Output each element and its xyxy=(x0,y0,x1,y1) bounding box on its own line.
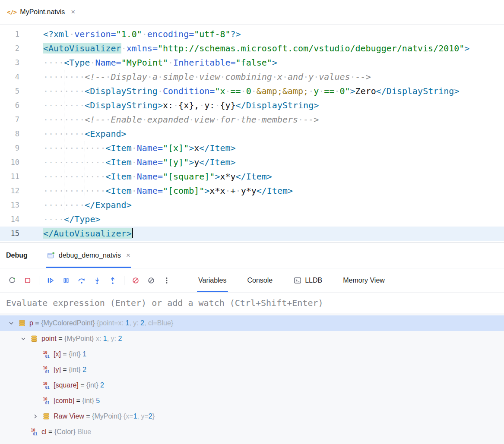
editor-line-3[interactable]: 3····<Type·Name="MyPoint"·Inheritable="f… xyxy=(0,56,504,70)
watch-expression-input[interactable]: Evaluate expression (Enter) or add a wat… xyxy=(0,293,504,313)
editor-line-14[interactable]: 14····</Type> xyxy=(0,212,504,227)
line-code[interactable]: ········<!--·Display·a·simple·view·combi… xyxy=(19,70,371,84)
variable-row-cl[interactable]: 1001cl = {Color} Blue xyxy=(0,424,504,440)
svg-text:01: 01 xyxy=(45,385,50,390)
line-number[interactable]: 8 xyxy=(0,127,19,141)
debug-panel-title: Debug xyxy=(6,252,28,259)
close-tab-icon[interactable]: × xyxy=(71,8,75,16)
line-number[interactable]: 11 xyxy=(0,170,19,184)
editor-line-5[interactable]: 5········<DisplayString·Condition="x·==·… xyxy=(0,84,504,98)
step-over-icon xyxy=(77,276,86,285)
editor-line-9[interactable]: 9············<Item·Name="[x]">x</Item> xyxy=(0,141,504,155)
editor-line-13[interactable]: 13········</Expand> xyxy=(0,198,504,212)
line-code[interactable]: ········</Expand> xyxy=(19,198,132,212)
debug-panel: Debug debug_demo_natvis × VariablesConso… xyxy=(0,242,504,444)
line-number[interactable]: 15 xyxy=(0,227,19,241)
editor-tab-bar: </> MyPoint.natvis × xyxy=(0,0,504,25)
step-into-button[interactable] xyxy=(91,274,104,287)
variable-row-square[interactable]: 1001[square] = {int} 2 xyxy=(0,378,504,393)
text-caret xyxy=(132,228,133,238)
primitive-icon: 1001 xyxy=(42,350,50,358)
editor-line-10[interactable]: 10············<Item·Name="[y]">y</Item> xyxy=(0,155,504,170)
debug-tabs: VariablesConsoleLLDBMemory View xyxy=(197,268,404,292)
variable-row-x[interactable]: 1001[x] = {int} 1 xyxy=(0,346,504,362)
more-options-icon xyxy=(162,276,171,285)
tab-label: Variables xyxy=(198,277,227,284)
variable-row-point[interactable]: point = {MyPoint} x: 1, y: 2 xyxy=(0,331,504,346)
line-code[interactable]: ········<DisplayString·Condition="x·==·0… xyxy=(19,84,459,98)
chevron-right-icon[interactable] xyxy=(31,412,42,421)
svg-text:01: 01 xyxy=(45,354,50,359)
line-code[interactable]: <AutoVisualizer·xmlns="http://schemas.mi… xyxy=(19,41,469,56)
line-number[interactable]: 14 xyxy=(0,212,19,227)
line-number[interactable]: 3 xyxy=(0,56,19,70)
editor-line-7[interactable]: 7········<!--·Enable·expanded·view·for·t… xyxy=(0,113,504,127)
variable-text: p = {MyColoredPoint} {point=x: 1, y: 2, … xyxy=(29,319,173,327)
editor-line-8[interactable]: 8········<Expand> xyxy=(0,127,504,141)
tab-memory-view[interactable]: Memory View xyxy=(342,268,386,292)
line-code[interactable]: ············<Item·Name="[x]">x</Item> xyxy=(19,141,236,155)
line-code[interactable]: ····<Type·Name="MyPoint"·Inheritable="fa… xyxy=(19,56,277,70)
line-number[interactable]: 10 xyxy=(0,155,19,170)
editor-line-15[interactable]: 15</AutoVisualizer> xyxy=(0,227,504,241)
line-code[interactable]: ····</Type> xyxy=(19,212,100,227)
more-options-button[interactable] xyxy=(160,274,173,287)
svg-text:01: 01 xyxy=(45,401,50,405)
line-code[interactable]: ············<Item·Name="[y]">y</Item> xyxy=(19,155,236,170)
step-over-button[interactable] xyxy=(75,274,88,287)
editor-line-2[interactable]: 2<AutoVisualizer·xmlns="http://schemas.m… xyxy=(0,41,504,56)
variable-row-p[interactable]: p = {MyColoredPoint} {point=x: 1, y: 2, … xyxy=(0,315,504,331)
chevron-spacer xyxy=(19,428,30,436)
resume-icon xyxy=(46,276,55,285)
editor-lines: 1<?xml·version="1.0"·encoding="utf-8"?>2… xyxy=(0,27,504,241)
line-code[interactable]: ············<Item·Name="[comb]">x*x·+·y*… xyxy=(19,184,293,198)
line-code[interactable]: <?xml·version="1.0"·encoding="utf-8"?> xyxy=(19,27,241,41)
line-code[interactable]: </AutoVisualizer> xyxy=(19,227,133,241)
chevron-spacer xyxy=(31,350,42,359)
editor-line-4[interactable]: 4········<!--·Display·a·simple·view·comb… xyxy=(0,70,504,84)
rerun-button[interactable] xyxy=(6,274,19,287)
stop-button[interactable] xyxy=(21,274,34,287)
toolbar-separator xyxy=(124,276,124,285)
tab-variables[interactable]: Variables xyxy=(197,268,228,292)
editor-line-11[interactable]: 11············<Item·Name="[square]">x*y<… xyxy=(0,170,504,184)
editor-line-1[interactable]: 1<?xml·version="1.0"·encoding="utf-8"?> xyxy=(0,27,504,41)
line-number[interactable]: 4 xyxy=(0,70,19,84)
variable-text: point = {MyPoint} x: 1, y: 2 xyxy=(41,335,122,343)
pause-button[interactable] xyxy=(60,274,73,287)
line-number[interactable]: 7 xyxy=(0,113,19,127)
line-number[interactable]: 1 xyxy=(0,27,19,41)
line-code[interactable]: ········<Expand> xyxy=(19,127,127,141)
line-number[interactable]: 13 xyxy=(0,198,19,212)
terminal-icon xyxy=(293,276,302,285)
editor-line-6[interactable]: 6········<DisplayString>x:·{x},·y:·{y}</… xyxy=(0,98,504,113)
variable-row-comb[interactable]: 1001[comb] = {int} 5 xyxy=(0,393,504,409)
line-number[interactable]: 5 xyxy=(0,84,19,98)
variable-row-raw-view[interactable]: Raw View = {MyPoint} {x=1, y=2} xyxy=(0,409,504,424)
line-number[interactable]: 9 xyxy=(0,141,19,155)
debug-session-icon xyxy=(47,251,55,260)
tab-console[interactable]: Console xyxy=(246,268,274,292)
editor-tab-title: MyPoint.natvis xyxy=(20,8,65,16)
object-icon xyxy=(42,413,50,420)
line-number[interactable]: 2 xyxy=(0,41,19,56)
svg-text:01: 01 xyxy=(33,432,38,436)
chevron-down-icon[interactable] xyxy=(19,334,30,343)
line-number[interactable]: 6 xyxy=(0,98,19,113)
tab-mypoint-natvis[interactable]: </> MyPoint.natvis × xyxy=(7,8,75,16)
resume-button[interactable] xyxy=(44,274,57,287)
code-editor[interactable]: 1<?xml·version="1.0"·encoding="utf-8"?>2… xyxy=(0,25,504,242)
close-session-tab-icon[interactable]: × xyxy=(126,251,130,260)
indent-guide xyxy=(64,70,64,212)
step-out-button[interactable] xyxy=(106,274,119,287)
tab-debug-session[interactable]: debug_demo_natvis × xyxy=(46,243,131,268)
tab-lldb[interactable]: LLDB xyxy=(292,268,323,292)
line-code[interactable]: ············<Item·Name="[square]">x*y</I… xyxy=(19,170,272,184)
editor-line-12[interactable]: 12············<Item·Name="[comb]">x*x·+·… xyxy=(0,184,504,198)
chevron-down-icon[interactable] xyxy=(7,319,18,327)
mute-breakpoints-button[interactable] xyxy=(129,274,142,287)
line-number[interactable]: 12 xyxy=(0,184,19,198)
slashed-circle-button[interactable] xyxy=(145,274,158,287)
primitive-icon: 1001 xyxy=(30,428,38,436)
variable-row-y[interactable]: 1001[y] = {int} 2 xyxy=(0,362,504,378)
